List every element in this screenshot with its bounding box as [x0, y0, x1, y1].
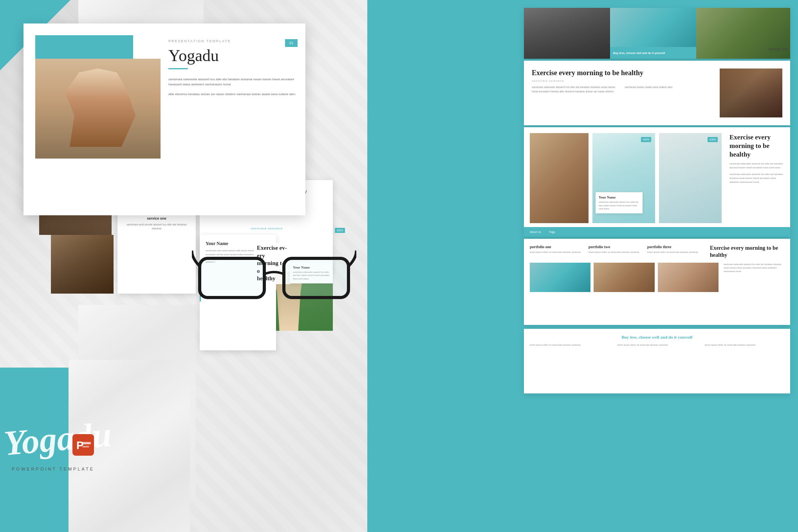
slide-number: 01: [285, 39, 298, 47]
multi-photo-right: 43%: [659, 133, 722, 223]
collage-2-overlay: [51, 235, 114, 294]
buy-less-col-1: lorem ipsum dolor sit amet bati aneisan …: [530, 343, 609, 347]
svg-rect-6: [82, 442, 91, 444]
portfolio-exercise-title: Exercise every morning to be healthy: [710, 245, 784, 259]
exercise-detail-title: Exercise every morning to be healthy: [532, 69, 714, 78]
exercise-detail-photo: [720, 69, 782, 117]
portfolio-text-1: lorem ipsum dolor sit amet bati aneisan …: [530, 251, 581, 254]
portfolio-photos: sanisinaia salanasile atasanit hus atile…: [530, 263, 784, 292]
portfolio-col-1: portfolio one lorem ipsum dolor sit amet…: [530, 245, 581, 259]
exercise-photo-overlay: [720, 69, 782, 117]
about-us-text: About Us: [530, 231, 541, 233]
tr-photo-overlay-1: [524, 8, 610, 59]
sanisinaia-overlay: sanisinaia salanasie: [249, 226, 285, 231]
percent-badge-1: 43%: [641, 137, 651, 142]
multi-photo-left: [530, 133, 589, 223]
portfolio-photo-1: [530, 263, 590, 292]
portfolio-photo-2: [594, 263, 654, 292]
portfolio-text-3: lorem ipsum dolor sit amet bati aneisan …: [647, 251, 698, 254]
buy-less-col-2: lorem ipsum dolor sit amet bati aneisan …: [617, 343, 697, 347]
multi-right-text-2: sanisinaia salanasile atasanit hus atile…: [729, 173, 784, 184]
exercise-detail-slide: Exercise every morning to be healthy san…: [524, 61, 790, 125]
portfolio-title-1: portfolio one: [530, 245, 581, 249]
portfolio-exercise-text: Exercise every morning to be healthy: [706, 245, 784, 259]
ppt-svg: P: [72, 434, 94, 456]
center-percent-badge: 43%: [335, 228, 345, 233]
main-slide-content: 01 presentation template Yogadu sanisina…: [168, 39, 298, 101]
buy-less-cols: lorem ipsum dolor sit amet bati aneisan …: [530, 343, 784, 347]
exercise-detail-subtitle: sanisinaia salanasie: [532, 79, 714, 82]
multi-right-text: sanisinaia salanasile atasanit hus atile…: [729, 162, 784, 170]
yoga-text: Yoga: [549, 231, 555, 233]
portfolio-col-3: portfolio three lorem ipsum dolor sit am…: [647, 245, 698, 259]
svg-rect-7: [82, 446, 89, 447]
multi-right-content: Exercise every morning to be healthy san…: [726, 133, 784, 231]
photo-collage-2: [51, 235, 114, 294]
multi-name-card-1: Your Name sanisinaia salanasile atasant …: [596, 192, 643, 213]
main-slide-photo: [35, 59, 161, 159]
exercise-detail-text: sanisinaia salanasile atasanit hus atile…: [532, 85, 714, 94]
buy-less-title: Buy less, choose well and do it yourself: [530, 335, 784, 339]
top-right-slide: Buy less, choose well and do it yourself: [524, 8, 790, 59]
service-one-title: service one: [122, 216, 191, 220]
tr-photo-1: [524, 8, 610, 59]
main-slide: 01 presentation template Yogadu sanisina…: [23, 23, 305, 215]
tr-photo-2: Buy less, choose well and do it yourself: [610, 8, 696, 59]
buy-less-slide: Buy less, choose well and do it yourself…: [524, 329, 790, 393]
multi-person-slide: 43% Your Name sanisinaia salanasile atas…: [524, 127, 790, 237]
presentation-label: presentation template: [168, 39, 298, 43]
svg-text:P: P: [76, 439, 84, 451]
service-one-text: sanisinaia oesil anusile atasant hus ati…: [122, 223, 191, 231]
service-one-top-label: service one: [768, 47, 788, 51]
portfolio-text-2: lorem ipsum dolor sit amet bati aneisan …: [589, 251, 639, 254]
portfolio-photo-3: [658, 263, 719, 292]
portfolio-slide: portfolio one lorem ipsum dolor sit amet…: [524, 239, 790, 325]
multi-right-title: Exercise every morning to be healthy: [729, 133, 784, 159]
yogadu-script-text: Yogadu: [3, 419, 113, 458]
portfolio-title-2: portfolio two: [589, 245, 639, 249]
buy-less-col-3: lorem ipsum dolor sit amet bati aneisan …: [705, 343, 784, 347]
glasses-overlay: [192, 235, 356, 313]
glasses-svg: [192, 235, 356, 313]
teal-caption-bar: Buy less, choose well and do it yourself: [610, 47, 696, 59]
powerpoint-label: POWERPOINT TEMPLATE: [12, 467, 94, 471]
multi-name-label-1: Your Name: [599, 195, 639, 199]
title-underline: [168, 68, 188, 69]
teal-caption-text: Buy less, choose well and do it yourself: [613, 52, 665, 54]
multi-photo-center: 43% Your Name sanisinaia salanasile atas…: [592, 133, 655, 223]
percent-badge-2: 43%: [708, 137, 718, 142]
portfolio-col-2: portfolio two lorem ipsum dolor sit amet…: [589, 245, 639, 259]
portfolio-title-3: portfolio three: [647, 245, 698, 249]
portfolio-exercise-body: sanisinaia salanasile atasanit hus atile…: [722, 263, 784, 292]
powerpoint-icon: P: [72, 434, 94, 456]
slide-body-text-2: atile ebesima hanabau duisan asi nasan e…: [168, 92, 298, 97]
main-title: Yogadu: [168, 46, 298, 65]
about-us-bar: About Us Yoga: [524, 227, 790, 237]
slide-body-text-1: sanisinaia salanasile atasanit hus atile…: [168, 77, 298, 87]
multi-name-text-1: sanisinaia salanasile atasant hus atile …: [599, 200, 639, 210]
portfolio-header: portfolio one lorem ipsum dolor sit amet…: [530, 245, 784, 259]
exercise-detail-content: Exercise every morning to be healthy san…: [532, 69, 714, 117]
